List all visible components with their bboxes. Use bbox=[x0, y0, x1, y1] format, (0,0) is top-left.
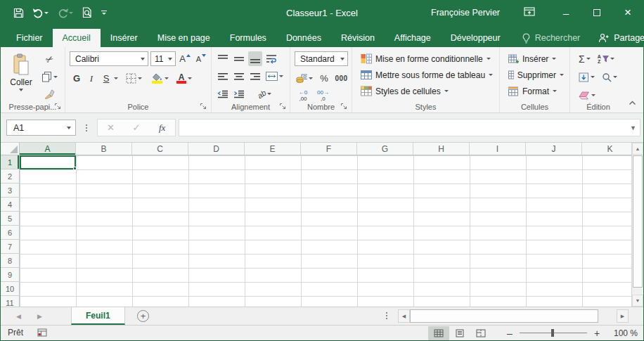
redo-button[interactable] bbox=[54, 4, 76, 21]
underline-button[interactable]: S bbox=[99, 71, 113, 86]
row-header-2[interactable]: 2 bbox=[1, 169, 20, 184]
font-size-select[interactable]: 11 bbox=[150, 51, 176, 66]
tab-insert[interactable]: Insérer bbox=[101, 29, 148, 47]
decrease-indent-button[interactable] bbox=[216, 86, 230, 101]
zoom-level-button[interactable]: 100 % bbox=[607, 328, 638, 338]
column-header-J[interactable]: J bbox=[526, 143, 582, 155]
redo-dropdown-caret-icon[interactable] bbox=[69, 12, 73, 14]
align-top-button[interactable] bbox=[216, 51, 230, 66]
view-normal-button[interactable] bbox=[428, 326, 449, 340]
tell-me-search[interactable]: Rechercher bbox=[513, 29, 589, 47]
tab-view[interactable]: Affichage bbox=[385, 29, 441, 47]
fill-button[interactable] bbox=[577, 70, 596, 84]
decrease-font-size-button[interactable]: A bbox=[194, 51, 208, 66]
tab-developer[interactable]: Développeur bbox=[441, 29, 510, 47]
borders-button[interactable] bbox=[124, 71, 143, 86]
borders-dropdown-caret-icon[interactable] bbox=[138, 77, 142, 79]
delete-cells-button[interactable]: Supprimer bbox=[505, 67, 567, 83]
font-name-select[interactable]: Calibri bbox=[70, 51, 148, 66]
previous-sheet-button[interactable]: ◀ bbox=[16, 307, 21, 325]
find-select-button[interactable] bbox=[600, 70, 619, 84]
wrap-text-button[interactable] bbox=[264, 51, 278, 66]
grid-cells[interactable] bbox=[20, 155, 631, 307]
name-box-caret-icon[interactable] bbox=[67, 127, 71, 129]
user-account[interactable]: Françoise Pervier bbox=[431, 8, 500, 18]
macro-record-button[interactable] bbox=[37, 328, 47, 339]
zoom-slider[interactable] bbox=[520, 333, 587, 333]
find-select-caret-icon[interactable] bbox=[613, 76, 617, 78]
column-header-I[interactable]: I bbox=[470, 143, 526, 155]
view-page-break-button[interactable] bbox=[470, 326, 491, 340]
insert-function-button[interactable]: fx bbox=[152, 122, 173, 134]
row-header-4[interactable]: 4 bbox=[1, 198, 20, 212]
column-header-K[interactable]: K bbox=[582, 143, 631, 155]
format-painter-button[interactable] bbox=[40, 87, 59, 101]
ribbon-display-options-button[interactable] bbox=[524, 6, 535, 19]
paste-dropdown-caret-icon[interactable] bbox=[19, 89, 23, 91]
align-bottom-button[interactable] bbox=[248, 51, 262, 66]
clipboard-dialog-launcher[interactable] bbox=[54, 103, 62, 110]
align-middle-button[interactable] bbox=[232, 51, 246, 66]
sort-filter-button[interactable]: AZ bbox=[596, 51, 616, 66]
row-header-10[interactable]: 10 bbox=[1, 282, 20, 296]
increase-decimal-button[interactable]: ←0,00 bbox=[296, 89, 310, 103]
minimize-button[interactable]: – bbox=[550, 1, 581, 25]
column-header-A[interactable]: A bbox=[20, 143, 76, 155]
print-preview-button[interactable] bbox=[79, 4, 96, 21]
insert-cells-button[interactable]: Insérer bbox=[505, 51, 567, 67]
cut-button[interactable]: ✂ bbox=[40, 53, 59, 67]
fill-color-button[interactable] bbox=[150, 71, 170, 86]
orientation-dropdown-caret-icon[interactable] bbox=[267, 93, 271, 95]
conditional-formatting-button[interactable]: Mise en forme conditionnelle bbox=[358, 51, 496, 67]
font-dialog-launcher[interactable] bbox=[200, 103, 207, 110]
enter-button[interactable]: ✓ bbox=[126, 122, 147, 133]
font-color-button[interactable]: A bbox=[175, 71, 193, 86]
next-sheet-button[interactable]: ▶ bbox=[37, 307, 42, 325]
zoom-in-button[interactable]: + bbox=[593, 328, 601, 339]
align-left-button[interactable] bbox=[216, 69, 230, 84]
bold-button[interactable]: G bbox=[70, 71, 84, 86]
orientation-button[interactable]: ab bbox=[256, 86, 273, 101]
undo-button[interactable] bbox=[30, 4, 51, 21]
sheet-tab-feuil1[interactable]: Feuil1 bbox=[71, 307, 125, 325]
undo-dropdown-caret-icon[interactable] bbox=[44, 12, 49, 14]
alignment-dialog-launcher[interactable] bbox=[279, 103, 287, 110]
clear-button[interactable] bbox=[577, 88, 597, 103]
align-right-button[interactable] bbox=[248, 69, 262, 84]
scroll-left-button[interactable]: ◀ bbox=[398, 309, 410, 323]
column-header-F[interactable]: F bbox=[301, 143, 357, 155]
fill-color-dropdown-caret-icon[interactable] bbox=[165, 77, 169, 79]
fill-handle[interactable] bbox=[73, 167, 77, 170]
align-center-button[interactable] bbox=[232, 69, 246, 84]
formula-input[interactable] bbox=[179, 119, 640, 136]
column-header-D[interactable]: D bbox=[188, 143, 245, 155]
close-button[interactable]: × bbox=[612, 1, 643, 25]
cell-styles-button[interactable]: Styles de cellules bbox=[358, 83, 496, 99]
number-dialog-launcher[interactable] bbox=[340, 103, 348, 110]
number-format-select[interactable]: Standard bbox=[295, 51, 348, 66]
new-sheet-button[interactable]: + bbox=[137, 310, 149, 322]
font-color-dropdown-caret-icon[interactable] bbox=[188, 77, 192, 79]
vertical-scrollbar[interactable]: ▲ ▼ bbox=[631, 143, 643, 307]
select-all-button[interactable] bbox=[1, 143, 20, 155]
accounting-dropdown-caret-icon[interactable] bbox=[309, 77, 313, 79]
tab-review[interactable]: Révision bbox=[331, 29, 385, 47]
vertical-scrollbar-thumb[interactable] bbox=[633, 155, 643, 288]
horizontal-scrollbar[interactable]: ◀ ▶ bbox=[398, 309, 629, 323]
fill-caret-icon[interactable] bbox=[591, 76, 595, 78]
format-as-table-button[interactable]: Mettre sous forme de tableau bbox=[358, 67, 496, 83]
merge-dropdown-caret-icon[interactable] bbox=[279, 75, 283, 77]
percent-style-button[interactable]: % bbox=[317, 71, 331, 86]
scroll-right-button[interactable]: ▶ bbox=[617, 309, 629, 323]
comma-style-button[interactable]: 000 bbox=[334, 71, 349, 86]
italic-button[interactable]: I bbox=[84, 71, 98, 86]
cancel-button[interactable]: ✕ bbox=[100, 122, 121, 133]
increase-font-size-button[interactable]: A bbox=[178, 51, 192, 66]
copy-dropdown-caret-icon[interactable] bbox=[53, 76, 58, 78]
zoom-slider-handle[interactable] bbox=[551, 329, 554, 337]
tab-formulas[interactable]: Formules bbox=[220, 29, 276, 47]
horizontal-scrollbar-thumb[interactable] bbox=[410, 309, 598, 323]
tab-home[interactable]: Accueil bbox=[53, 29, 101, 47]
increase-indent-button[interactable] bbox=[232, 86, 246, 101]
scroll-down-button[interactable]: ▼ bbox=[632, 295, 643, 307]
